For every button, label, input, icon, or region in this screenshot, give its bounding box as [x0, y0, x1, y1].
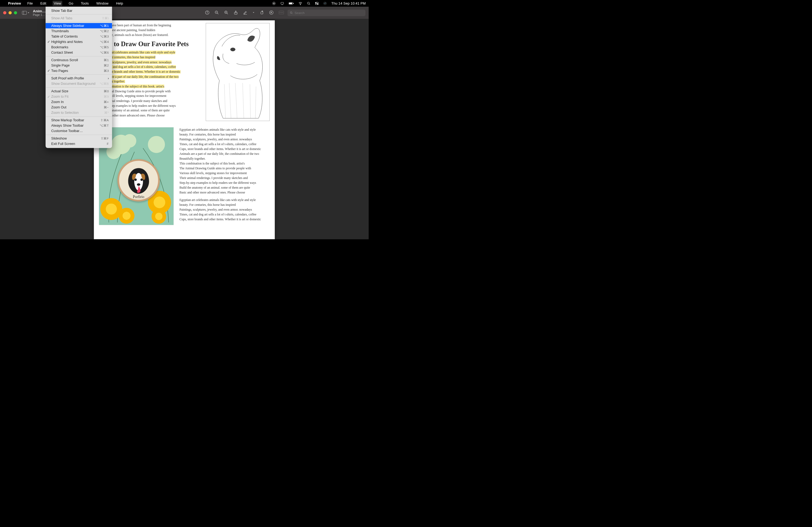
menu-item-label: Always Show Toolbar: [51, 124, 100, 128]
markup-icon[interactable]: [269, 11, 273, 15]
menu-item-two-pages[interactable]: ✓Two Pages⌘3: [46, 68, 112, 74]
menu-item-soft-proof-with-profile[interactable]: Soft Proof with Profile›: [46, 76, 112, 81]
menu-item-show-all-tabs: Show All Tabs⇧⌘\: [46, 16, 112, 21]
menu-go[interactable]: Go: [68, 1, 74, 6]
body-text: beauty. For centuries, this horse has in…: [179, 132, 270, 137]
dog-sketch-image: [206, 23, 270, 121]
menu-item-label: Show Document Background: [51, 82, 100, 86]
menu-item-bookmarks[interactable]: Bookmarks⌥⌘5: [46, 45, 112, 50]
svg-point-33: [290, 12, 292, 13]
menu-help[interactable]: Help: [115, 1, 124, 6]
svg-line-22: [227, 13, 228, 14]
svg-point-42: [141, 178, 143, 181]
highlight-dropdown-icon[interactable]: [253, 12, 255, 14]
body-text: The Animal Drawing Guide aims to provide…: [99, 89, 200, 93]
menu-shortcut: ⇧⌘A: [100, 118, 109, 122]
menu-item-continuous-scroll[interactable]: Continuous Scroll⌘1: [46, 57, 112, 63]
screen-record-icon[interactable]: [272, 2, 276, 5]
intro-line: Animals have been part of human art from…: [99, 23, 200, 28]
share-icon[interactable]: [234, 11, 238, 15]
svg-point-17: [207, 12, 207, 12]
menu-shortcut: ⌘1: [104, 58, 109, 62]
menu-tools[interactable]: Tools: [79, 1, 90, 6]
menu-item-label: Highlights and Notes: [51, 40, 100, 44]
menu-item-label: Show Tab Bar: [51, 9, 109, 13]
traffic-lights: [3, 11, 17, 15]
menu-shortcut: ⌥⌘6: [100, 51, 109, 55]
intro-line: start. Earliest ancient painting, found …: [99, 28, 200, 32]
form-fill-icon[interactable]: [279, 11, 284, 15]
app-name[interactable]: Preview: [8, 1, 21, 5]
menu-item-label: Contact Sheet: [51, 50, 100, 55]
document-subtitle: Page 1…: [33, 13, 46, 16]
menu-item-highlights-and-notes[interactable]: ✓Highlights and Notes⌥⌘4: [46, 39, 112, 45]
menu-item-zoom-in[interactable]: Zoom In⌘+: [46, 99, 112, 105]
svg-line-19: [217, 13, 218, 14]
svg-line-34: [292, 13, 292, 14]
menu-item-customise-toolbar[interactable]: Customise Toolbar…: [46, 128, 112, 134]
body-text: Their animal renderings. I provide many …: [99, 99, 200, 103]
sidebar-toggle-button[interactable]: [22, 11, 30, 15]
menu-item-show-tab-bar[interactable]: Show Tab Bar: [46, 8, 112, 13]
menu-item-actual-size[interactable]: Actual Size⌘0: [46, 89, 112, 94]
menu-shortcut: ⇧⌘\: [102, 16, 109, 20]
menu-item-exit-full-screen[interactable]: Exit Full ScreenF: [46, 141, 112, 147]
menu-item-label: Zoom In: [51, 100, 104, 104]
menu-shortcut: ⌥⌘3: [100, 35, 109, 39]
menu-shortcut: ⌘2: [104, 64, 109, 67]
body-text: Times, cat and dog art sells a lot of t-…: [179, 142, 270, 146]
svg-rect-13: [22, 11, 27, 15]
menu-item-always-show-sidebar[interactable]: Always Show Sidebar⌥⌘1: [46, 23, 112, 28]
menu-item-show-markup-toolbar[interactable]: Show Markup Toolbar⇧⌘A: [46, 118, 112, 123]
menu-item-thumbnails[interactable]: Thumbnails⌥⌘2: [46, 28, 112, 34]
svg-point-30: [280, 12, 280, 13]
rotate-icon[interactable]: [260, 11, 264, 15]
body-text: Egyptian art celebrates animals like cat…: [179, 127, 270, 132]
wifi-icon[interactable]: [298, 2, 302, 5]
menu-view[interactable]: View: [53, 1, 62, 6]
close-window-button[interactable]: [3, 11, 6, 15]
menu-window[interactable]: Window: [95, 1, 110, 6]
menu-item-label: Show Markup Toolbar: [51, 118, 101, 122]
search-field[interactable]: [288, 10, 366, 16]
menu-item-label: Zoom to Selection: [51, 111, 104, 115]
body-text: Basic and other more advanced ones. Plea…: [179, 190, 270, 195]
menubar-clock[interactable]: Thu 14 Sep 10:41 PM: [331, 1, 366, 5]
svg-rect-27: [261, 12, 263, 14]
menu-shortcut: ⇧⌘F: [101, 137, 109, 140]
body-text: This combination is the subject of this …: [179, 161, 270, 166]
search-input[interactable]: [294, 11, 363, 15]
minimize-window-button[interactable]: [9, 11, 12, 15]
menu-item-always-show-toolbar[interactable]: Always Show Toolbar⌥⌘T: [46, 123, 112, 128]
screen-mirror-icon[interactable]: [280, 2, 284, 5]
menu-item-label: Thumbnails: [51, 29, 100, 33]
control-center-icon[interactable]: [315, 2, 319, 5]
menu-edit[interactable]: Edit: [39, 1, 47, 6]
menu-item-slideshow[interactable]: Slideshow⇧⌘F: [46, 136, 112, 141]
zoom-out-icon[interactable]: [215, 11, 219, 15]
info-icon[interactable]: [205, 11, 209, 15]
menu-item-single-page[interactable]: Single Page⌘2: [46, 63, 112, 68]
menu-shortcut: ⌘+: [104, 100, 109, 104]
zoom-in-icon[interactable]: [224, 11, 228, 15]
highlight-icon[interactable]: [243, 11, 247, 15]
siri-icon[interactable]: [323, 2, 327, 5]
menu-item-contact-sheet[interactable]: Contact Sheet⌥⌘6: [46, 50, 112, 55]
body-text: Animals are a part of our daily life, th…: [179, 152, 270, 156]
fullscreen-window-button[interactable]: [14, 11, 17, 15]
body-text: Cups, store brands and other items. Whet…: [179, 147, 270, 151]
svg-rect-2: [281, 2, 284, 4]
menu-shortcut: ⌥⌘B: [100, 82, 109, 86]
svg-point-32: [282, 12, 283, 13]
svg-point-6: [300, 4, 301, 5]
battery-icon[interactable]: [289, 2, 294, 5]
macos-menubar: Preview File Edit View Go Tools Window H…: [0, 0, 369, 7]
menu-item-table-of-contents[interactable]: Table of Contents⌥⌘3: [46, 34, 112, 39]
menu-item-zoom-to-fit: ✓Zoom to Fit⌘9: [46, 94, 112, 99]
menu-item-zoom-out[interactable]: Zoom Out⌘−: [46, 105, 112, 110]
svg-point-39: [123, 134, 136, 148]
spotlight-icon[interactable]: [307, 2, 310, 5]
embroidery-label: Porfirio: [133, 195, 144, 199]
svg-point-1: [273, 3, 274, 4]
menu-file[interactable]: File: [26, 1, 34, 6]
